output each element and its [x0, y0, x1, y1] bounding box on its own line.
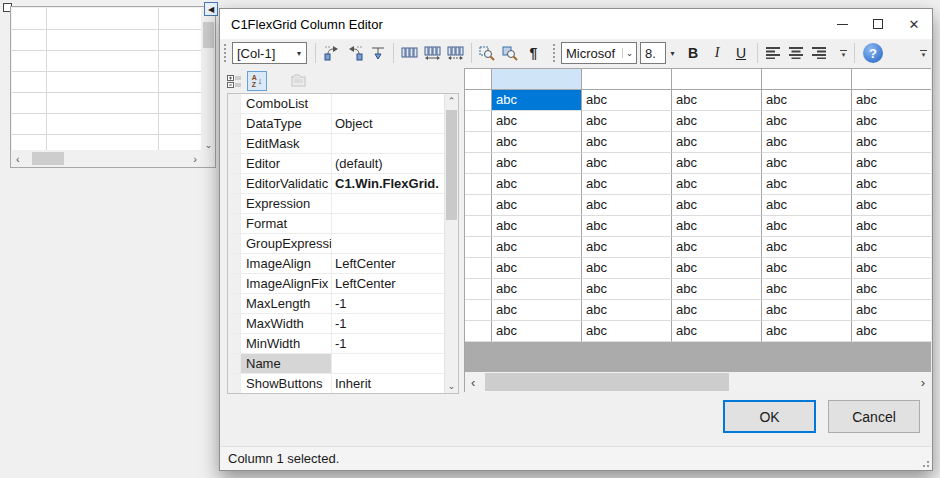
- chevron-down-icon[interactable]: ▾: [292, 49, 306, 58]
- preview-cell[interactable]: abc: [852, 321, 931, 342]
- toolbar-overflow-button[interactable]: ▾: [837, 42, 850, 64]
- property-value[interactable]: [332, 134, 458, 153]
- preview-cell[interactable]: abc: [582, 216, 672, 237]
- designer-horizontal-scrollbar[interactable]: ‹ ›: [12, 151, 201, 166]
- preview-row-header[interactable]: [465, 279, 492, 300]
- preview-cell[interactable]: abc: [762, 174, 852, 195]
- preview-cell[interactable]: abc: [852, 279, 931, 300]
- property-value[interactable]: [332, 94, 458, 113]
- property-name[interactable]: EditMask: [241, 134, 332, 153]
- property-name[interactable]: EditorValidatic: [241, 174, 332, 193]
- property-scroll-thumb[interactable]: [446, 110, 457, 220]
- property-grid[interactable]: ComboListDataTypeObjectEditMaskEditor(de…: [227, 93, 459, 394]
- toolbar-grip[interactable]: [553, 44, 557, 62]
- property-value[interactable]: C1.Win.FlexGrid.: [332, 174, 458, 193]
- preview-cell[interactable]: abc: [672, 258, 762, 279]
- flexgrid-designer-control[interactable]: ⌃ ⌄ ‹ ›: [10, 6, 216, 168]
- scroll-right-icon[interactable]: ›: [921, 375, 925, 390]
- preview-cell[interactable]: abc: [762, 153, 852, 174]
- preview-cell[interactable]: abc: [852, 195, 931, 216]
- preview-cell[interactable]: abc: [492, 90, 582, 111]
- preview-cell[interactable]: abc: [492, 216, 582, 237]
- property-value[interactable]: -1: [332, 334, 458, 353]
- property-value[interactable]: -1: [332, 314, 458, 333]
- property-name[interactable]: ImageAlign: [241, 254, 332, 273]
- preview-cell[interactable]: abc: [582, 237, 672, 258]
- preview-cell[interactable]: abc: [582, 153, 672, 174]
- close-button[interactable]: ✕: [896, 9, 932, 39]
- property-value[interactable]: LeftCenter: [332, 274, 458, 293]
- property-name[interactable]: Format: [241, 214, 332, 233]
- preview-cell[interactable]: abc: [672, 90, 762, 111]
- property-value[interactable]: [332, 194, 458, 213]
- title-bar[interactable]: C1FlexGrid Column Editor ✕: [220, 9, 932, 39]
- preview-cell[interactable]: abc: [762, 300, 852, 321]
- preview-cell[interactable]: abc: [852, 90, 931, 111]
- chevron-down-icon[interactable]: ▾: [666, 49, 679, 58]
- scroll-up-icon[interactable]: ⌃: [448, 96, 456, 106]
- preview-cell[interactable]: abc: [852, 216, 931, 237]
- property-row-imagealignfix[interactable]: ImageAlignFixLeftCenter: [228, 274, 458, 294]
- scroll-down-icon[interactable]: ⌄: [448, 381, 456, 391]
- align-center-button[interactable]: [785, 42, 808, 64]
- preview-cell[interactable]: abc: [762, 90, 852, 111]
- unmerge-columns-button[interactable]: [398, 42, 421, 64]
- smart-tag-icon[interactable]: ◀: [204, 2, 218, 16]
- preview-cell[interactable]: abc: [492, 321, 582, 342]
- preview-cell[interactable]: abc: [852, 300, 931, 321]
- scroll-down-icon[interactable]: ⌄: [205, 140, 213, 150]
- preview-cell[interactable]: abc: [582, 132, 672, 153]
- preview-cell[interactable]: abc: [582, 90, 672, 111]
- preview-cell[interactable]: abc: [672, 237, 762, 258]
- categorized-view-button[interactable]: [224, 71, 244, 91]
- alphabetical-sort-button[interactable]: A Z ↓: [247, 71, 267, 91]
- property-value[interactable]: Object: [332, 114, 458, 133]
- property-row-showbuttons[interactable]: ShowButtonsInherit: [228, 374, 458, 394]
- preview-cell[interactable]: abc: [582, 258, 672, 279]
- preview-column-header[interactable]: [762, 69, 852, 90]
- resize-grip-icon[interactable]: [921, 459, 929, 467]
- preview-cell[interactable]: abc: [852, 258, 931, 279]
- preview-cell[interactable]: abc: [762, 195, 852, 216]
- property-name[interactable]: Name: [241, 354, 332, 373]
- preview-cell[interactable]: abc: [582, 174, 672, 195]
- move-column-right-button[interactable]: [343, 42, 366, 64]
- bold-button[interactable]: B: [681, 42, 705, 64]
- preview-cell[interactable]: abc: [672, 174, 762, 195]
- column-selector-combo[interactable]: [Col-1] ▾: [232, 42, 307, 64]
- preview-cell[interactable]: abc: [492, 132, 582, 153]
- split-column-button[interactable]: [366, 42, 389, 64]
- property-row-groupexpressi[interactable]: GroupExpressi: [228, 234, 458, 254]
- preview-row-header[interactable]: [465, 195, 492, 216]
- ok-button[interactable]: OK: [723, 400, 816, 433]
- preview-row-header[interactable]: [465, 300, 492, 321]
- chevron-down-icon[interactable]: ⌄: [622, 48, 636, 58]
- property-value[interactable]: -1: [332, 294, 458, 313]
- property-name[interactable]: Expression: [241, 194, 332, 213]
- preview-row-header[interactable]: [465, 174, 492, 195]
- preview-row-header[interactable]: [465, 111, 492, 132]
- preview-cell[interactable]: abc: [762, 216, 852, 237]
- minimize-button[interactable]: [824, 9, 860, 39]
- property-row-combolist[interactable]: ComboList: [228, 94, 458, 114]
- preview-cell[interactable]: abc: [672, 321, 762, 342]
- preview-hscroll-thumb[interactable]: [485, 373, 729, 391]
- property-row-editorvalidatic[interactable]: EditorValidaticC1.Win.FlexGrid.: [228, 174, 458, 194]
- preview-cell[interactable]: abc: [492, 153, 582, 174]
- property-name[interactable]: MinWidth: [241, 334, 332, 353]
- property-name[interactable]: ComboList: [241, 94, 332, 113]
- preview-cell[interactable]: abc: [582, 195, 672, 216]
- preview-cell[interactable]: abc: [672, 195, 762, 216]
- property-row-maxwidth[interactable]: MaxWidth-1: [228, 314, 458, 334]
- property-row-editor[interactable]: Editor(default): [228, 154, 458, 174]
- property-row-minwidth[interactable]: MinWidth-1: [228, 334, 458, 354]
- property-row-name[interactable]: Name: [228, 354, 458, 374]
- designer-vscroll-thumb[interactable]: [203, 22, 214, 48]
- preview-cell[interactable]: abc: [492, 300, 582, 321]
- cancel-button[interactable]: Cancel: [828, 400, 920, 433]
- scroll-left-icon[interactable]: ‹: [16, 153, 20, 165]
- preview-cell[interactable]: abc: [852, 132, 931, 153]
- property-row-editmask[interactable]: EditMask: [228, 134, 458, 154]
- preview-cell[interactable]: abc: [582, 111, 672, 132]
- property-name[interactable]: MaxLength: [241, 294, 332, 313]
